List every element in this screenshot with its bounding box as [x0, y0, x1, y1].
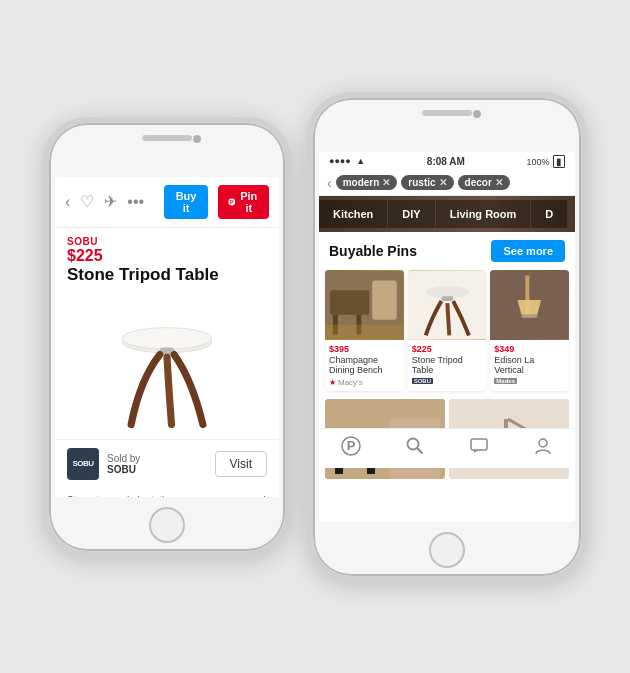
pin-store-1: ★ Macy's [329, 378, 400, 387]
tag-modern[interactable]: modern ✕ [336, 175, 398, 190]
search-tab-svg [405, 436, 425, 456]
left-nav-bar: ‹ ♡ ✈ ••• Buy it P Pin it [55, 177, 279, 228]
tag-rustic-remove[interactable]: ✕ [439, 177, 447, 188]
pinterest-tab-svg: P [341, 436, 361, 456]
category-kitchen[interactable]: Kitchen [319, 200, 388, 228]
category-living-room[interactable]: Living Room [436, 200, 532, 228]
svg-rect-9 [372, 280, 397, 319]
svg-rect-13 [441, 296, 453, 301]
pin-price-1: $395 [329, 344, 400, 354]
pin-name-1: Champagne Dining Bench [329, 355, 400, 377]
search-bar[interactable]: ‹ modern ✕ rustic ✕ decor ✕ [319, 171, 575, 196]
search-back-icon[interactable]: ‹ [327, 175, 332, 191]
pin-card-3[interactable]: $349 Edison La Vertical Mades [490, 270, 569, 392]
pin-image-2 [408, 270, 487, 340]
brand-label: SOBU [67, 236, 267, 247]
tag-modern-remove[interactable]: ✕ [382, 177, 390, 188]
back-icon[interactable]: ‹ [65, 193, 70, 211]
tab-search-icon[interactable] [405, 436, 425, 461]
status-left: ●●●● ▲ [329, 156, 365, 166]
svg-text:P: P [230, 198, 234, 204]
svg-text:P: P [347, 438, 356, 453]
product-info: SOBU $225 Stone Tripod Table [55, 228, 279, 289]
buyable-pins-title: Buyable Pins [329, 243, 417, 259]
phones-container: ‹ ♡ ✈ ••• Buy it P Pin it SOBU $225 St [23, 72, 607, 602]
svg-line-31 [417, 448, 422, 453]
macys-star-icon: ★ [329, 378, 336, 387]
svg-point-3 [122, 328, 212, 350]
tab-profile-icon[interactable] [533, 436, 553, 461]
left-phone-screen: ‹ ♡ ✈ ••• Buy it P Pin it SOBU $225 St [55, 177, 279, 497]
pin-store-2: SOBU [412, 378, 483, 384]
left-phone: ‹ ♡ ✈ ••• Buy it P Pin it SOBU $225 St [43, 117, 291, 557]
svg-rect-17 [522, 314, 538, 317]
pin-name-2: Stone Tripod Table [412, 355, 483, 377]
right-phone: ●●●● ▲ 8:08 AM 100% ▮ ‹ modern ✕ rustic [307, 92, 587, 582]
right-phone-screen: ●●●● ▲ 8:08 AM 100% ▮ ‹ modern ✕ rustic [319, 152, 575, 522]
pin-store-3: Mades [494, 378, 565, 384]
pin-price-2: $225 [412, 344, 483, 354]
pin-details-1: $395 Champagne Dining Bench ★ Macy's [325, 340, 404, 392]
product-stool-image [112, 299, 222, 429]
chat-tab-svg [469, 436, 489, 456]
sobu-logo-icon: SOBU [412, 378, 433, 384]
right-phone-home[interactable] [429, 532, 465, 568]
see-more-button[interactable]: See more [491, 240, 565, 262]
status-battery: 100% ▮ [526, 156, 565, 167]
category-more[interactable]: D [531, 200, 568, 228]
categories-bar: Kitchen DIY Living Room D [319, 196, 575, 232]
pin-price-3: $349 [494, 344, 565, 354]
product-image-area [55, 289, 279, 439]
svg-rect-6 [330, 290, 369, 315]
seller-name: SOBU [107, 464, 136, 475]
pin-details-3: $349 Edison La Vertical Mades [490, 340, 569, 389]
svg-point-33 [539, 439, 547, 447]
heart-icon[interactable]: ♡ [80, 192, 94, 211]
visit-button[interactable]: Visit [215, 451, 267, 477]
pin-1-image-svg [325, 270, 404, 340]
svg-rect-32 [471, 439, 487, 450]
status-bar: ●●●● ▲ 8:08 AM 100% ▮ [319, 152, 575, 171]
seller-text: Sold by SOBU [107, 453, 207, 475]
buy-it-button[interactable]: Buy it [164, 185, 208, 219]
right-tab-bar: P [319, 428, 575, 468]
madesm-logo-icon: Mades [494, 378, 517, 384]
tag-decor[interactable]: decor ✕ [458, 175, 510, 190]
tag-decor-remove[interactable]: ✕ [495, 177, 503, 188]
pin-details-2: $225 Stone Tripod Table SOBU [408, 340, 487, 389]
status-time: 8:08 AM [427, 156, 465, 167]
tab-pinterest-icon[interactable]: P [341, 436, 361, 461]
pins-grid: $395 Champagne Dining Bench ★ Macy's [319, 270, 575, 396]
product-title: Stone Tripod Table [67, 265, 267, 285]
right-phone-camera [473, 110, 481, 118]
seller-bar: SOBU Sold by SOBU Visit [55, 439, 279, 488]
svg-rect-10 [325, 324, 404, 339]
svg-marker-16 [518, 300, 542, 315]
buyable-pins-header: Buyable Pins See more [319, 232, 575, 270]
pin-name-3: Edison La Vertical [494, 355, 565, 377]
more-icon[interactable]: ••• [127, 193, 144, 211]
profile-tab-svg [533, 436, 553, 456]
pin-image-3 [490, 270, 569, 340]
pin-card-2[interactable]: $225 Stone Tripod Table SOBU [408, 270, 487, 392]
tag-rustic[interactable]: rustic ✕ [401, 175, 453, 190]
left-phone-home[interactable] [149, 507, 185, 543]
seller-logo: SOBU [67, 448, 99, 480]
pin-it-button[interactable]: P Pin it [218, 185, 269, 219]
product-price: $225 [67, 247, 267, 265]
pinterest-pin-icon: P [228, 197, 236, 207]
pin-2-image-svg [408, 270, 487, 340]
pin-card-1[interactable]: $395 Champagne Dining Bench ★ Macy's [325, 270, 404, 392]
pin-image-1 [325, 270, 404, 340]
category-diy[interactable]: DIY [388, 200, 435, 228]
share-icon[interactable]: ✈ [104, 192, 117, 211]
pin-3-image-svg [490, 270, 569, 340]
product-description: Stone top and plantation grown mango woo… [55, 488, 279, 497]
left-phone-camera [193, 135, 201, 143]
tab-chat-icon[interactable] [469, 436, 489, 461]
